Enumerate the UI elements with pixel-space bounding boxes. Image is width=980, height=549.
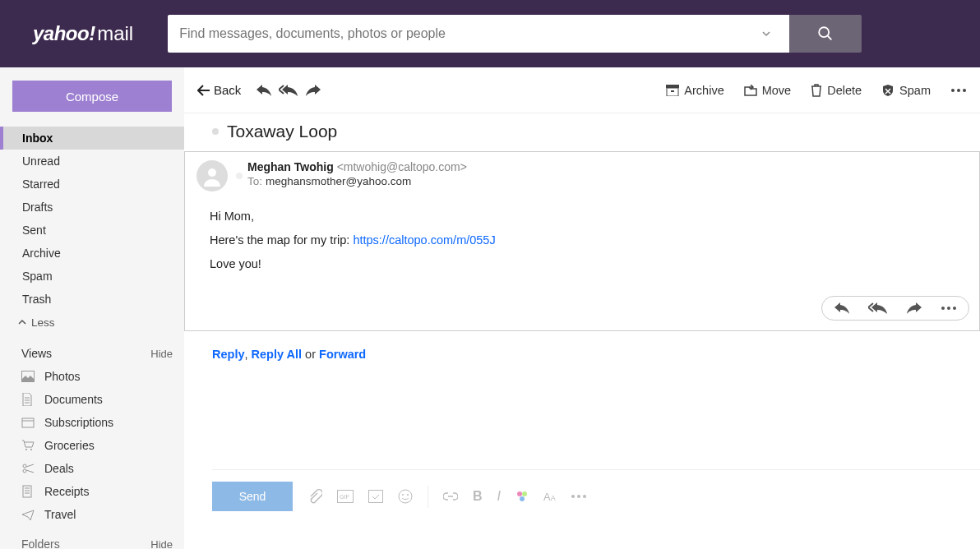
logo-mail-text: mail <box>97 22 133 45</box>
folders-header: Folders Hide <box>0 526 184 549</box>
from-block: Meghan Twohig <mtwohig@caltopo.com> To:m… <box>247 160 467 191</box>
views-list: Photos Documents Subscriptions Groceries… <box>0 365 184 526</box>
reply-all-icon[interactable] <box>868 302 888 315</box>
svg-text:GIF: GIF <box>340 494 349 500</box>
svg-point-13 <box>963 89 966 92</box>
comma: , <box>245 348 252 361</box>
search-bar <box>168 15 862 53</box>
delete-label: Delete <box>827 84 862 97</box>
text-color-icon[interactable] <box>515 490 529 503</box>
views-header: Views Hide <box>0 334 184 365</box>
view-subscriptions[interactable]: Subscriptions <box>0 411 184 434</box>
reply-icon[interactable] <box>834 302 850 315</box>
svg-point-0 <box>819 27 829 37</box>
forward-icon[interactable] <box>906 302 922 315</box>
emoji-icon[interactable] <box>398 489 413 504</box>
body-line-3: Love you! <box>210 252 966 276</box>
svg-point-14 <box>208 168 216 177</box>
less-toggle[interactable]: Less <box>0 311 184 334</box>
map-link[interactable]: https://caltopo.com/m/055J <box>353 233 495 247</box>
unread-dot-icon <box>212 128 219 135</box>
reply-link[interactable]: Reply <box>212 348 245 361</box>
svg-point-24 <box>517 491 522 496</box>
logo-yahoo-text: yahoo <box>33 22 89 45</box>
svg-point-28 <box>577 495 580 498</box>
folder-spam[interactable]: Spam <box>0 265 184 288</box>
reply-all-icon[interactable] <box>279 84 298 97</box>
forward-link[interactable]: Forward <box>319 348 366 361</box>
forward-icon[interactable] <box>305 84 321 97</box>
search-dropdown-icon[interactable] <box>755 29 778 39</box>
view-travel[interactable]: Travel <box>0 503 184 526</box>
italic-icon[interactable]: I <box>497 489 501 504</box>
view-deals[interactable]: Deals <box>0 457 184 480</box>
attach-icon[interactable] <box>307 489 322 504</box>
message-header: Meghan Twohig <mtwohig@caltopo.com> To:m… <box>185 152 979 193</box>
subscriptions-icon <box>21 417 38 428</box>
link-icon[interactable] <box>443 492 458 501</box>
svg-point-25 <box>522 491 527 496</box>
move-label: Move <box>762 84 791 97</box>
folders-hide-link[interactable]: Hide <box>150 538 173 550</box>
avatar <box>196 160 228 191</box>
svg-point-21 <box>399 490 412 503</box>
plane-icon <box>21 509 38 520</box>
archive-button[interactable]: Archive <box>666 84 723 97</box>
back-button[interactable]: Back <box>197 83 241 97</box>
more-icon[interactable] <box>950 88 967 93</box>
svg-point-15 <box>941 307 945 310</box>
folder-inbox[interactable]: Inbox <box>0 127 184 150</box>
svg-point-12 <box>957 89 960 92</box>
move-button[interactable]: Move <box>744 84 791 97</box>
view-groceries[interactable]: Groceries <box>0 434 184 457</box>
move-icon <box>744 85 757 96</box>
views-hide-link[interactable]: Hide <box>150 348 173 360</box>
card-icon[interactable] <box>368 490 383 503</box>
search-button[interactable] <box>789 15 862 53</box>
svg-rect-20 <box>369 491 383 503</box>
view-photos[interactable]: Photos <box>0 365 184 388</box>
view-documents[interactable]: Documents <box>0 388 184 411</box>
folder-archive[interactable]: Archive <box>0 242 184 265</box>
font-icon[interactable]: AA <box>543 491 556 503</box>
bold-icon[interactable]: B <box>473 489 483 504</box>
spam-button[interactable]: Spam <box>881 84 931 97</box>
scissors-icon <box>21 463 38 474</box>
svg-point-5 <box>30 449 32 450</box>
cart-icon <box>21 440 38 451</box>
svg-point-16 <box>947 307 950 310</box>
photo-icon <box>21 371 38 382</box>
folder-sent[interactable]: Sent <box>0 219 184 242</box>
svg-point-4 <box>25 449 27 450</box>
folder-unread[interactable]: Unread <box>0 150 184 173</box>
send-button[interactable]: Send <box>212 482 293 511</box>
svg-point-7 <box>23 469 26 473</box>
view-receipts[interactable]: Receipts <box>0 480 184 503</box>
svg-point-29 <box>583 495 586 498</box>
folder-list: Inbox Unread Starred Drafts Sent Archive… <box>0 127 184 311</box>
search-input[interactable] <box>179 26 755 41</box>
yahoo-mail-logo: yahoo!mail <box>33 22 133 45</box>
svg-rect-8 <box>23 486 31 497</box>
back-arrow-icon <box>197 85 210 96</box>
folders-title: Folders <box>21 537 60 549</box>
view-label: Travel <box>44 508 76 521</box>
folder-drafts[interactable]: Drafts <box>0 196 184 219</box>
compose-button[interactable]: Compose <box>12 81 172 112</box>
format-group-text: B I AA <box>443 489 587 504</box>
more-format-icon[interactable] <box>571 494 587 499</box>
view-label: Subscriptions <box>44 416 113 429</box>
body-line-2-text: Here's the map for my trip: <box>210 233 353 247</box>
message-actions-pill <box>821 296 969 321</box>
delete-button[interactable]: Delete <box>811 84 862 97</box>
trash-icon <box>811 84 822 97</box>
folder-starred[interactable]: Starred <box>0 173 184 196</box>
to-email: meghansmother@yahoo.com <box>266 175 411 187</box>
subject-row: Toxaway Loop <box>184 113 980 151</box>
document-icon <box>21 393 38 406</box>
more-icon[interactable] <box>941 306 957 311</box>
reply-all-link[interactable]: Reply All <box>252 348 303 361</box>
folder-trash[interactable]: Trash <box>0 288 184 311</box>
gif-icon[interactable]: GIF <box>337 490 354 503</box>
reply-icon[interactable] <box>256 84 272 97</box>
